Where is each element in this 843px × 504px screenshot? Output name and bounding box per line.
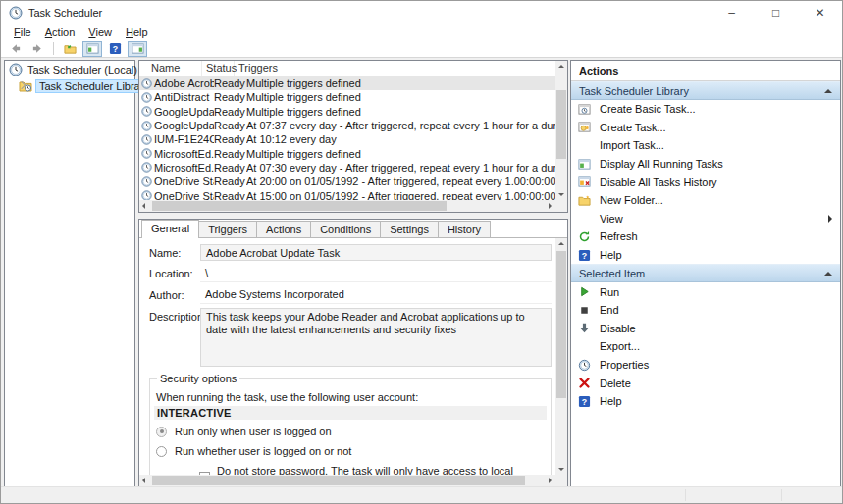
- blank-icon: [577, 212, 592, 226]
- scroll-up-icon[interactable]: [555, 238, 567, 250]
- task-status: Ready: [214, 148, 246, 160]
- close-button[interactable]: ✕: [798, 1, 842, 24]
- action-item-disable[interactable]: Disable: [571, 320, 840, 338]
- scroll-thumb[interactable]: [556, 90, 566, 159]
- task-status: Ready: [214, 190, 246, 200]
- tab-general[interactable]: General: [141, 220, 199, 238]
- action-item-view[interactable]: View: [571, 210, 840, 228]
- task-list-vertical-scrollbar[interactable]: [555, 61, 567, 200]
- actions-section-selected-item[interactable]: Selected Item: [571, 264, 840, 282]
- status-strip: [1, 486, 842, 503]
- tree-item-task-scheduler-local[interactable]: Task Scheduler (Local): [5, 61, 134, 77]
- task-row-adobe-acrob[interactable]: Adobe Acrob... Ready Multiple triggers d…: [139, 76, 555, 90]
- radio-button-icon[interactable]: [156, 427, 167, 437]
- task-row-onedrive-sta[interactable]: OneDrive Sta... Ready At 20:00 on 01/05/…: [139, 175, 555, 188]
- column-header-status[interactable]: Status: [202, 61, 235, 76]
- action-item-new-folder[interactable]: New Folder...: [571, 191, 840, 210]
- svg-text:?: ?: [582, 250, 587, 260]
- task-list-horizontal-scrollbar[interactable]: [139, 200, 555, 212]
- details-horizontal-scrollbar[interactable]: [139, 475, 555, 486]
- tab-triggers[interactable]: Triggers: [198, 221, 257, 237]
- action-item-help[interactable]: ? Help: [571, 392, 840, 411]
- maximize-button[interactable]: □: [754, 1, 798, 24]
- actions-section-task-scheduler-library[interactable]: Task Scheduler Library: [571, 81, 840, 100]
- scroll-down-icon[interactable]: [555, 188, 567, 200]
- help-toolbar-icon[interactable]: ?: [105, 41, 125, 57]
- back-icon[interactable]: [5, 41, 25, 57]
- toolbar: ?: [1, 40, 842, 58]
- description-input[interactable]: This task keeps your Adobe Reader and Ac…: [200, 308, 552, 367]
- task-triggers: At 10:12 every day: [246, 133, 555, 145]
- task-status: Ready: [214, 77, 246, 89]
- task-triggers: Multiple triggers defined: [246, 148, 555, 160]
- task-row-googleupda[interactable]: GoogleUpda... Ready At 07:37 every day -…: [139, 119, 555, 132]
- scroll-thumb[interactable]: [152, 476, 525, 485]
- task-triggers: Multiple triggers defined: [246, 91, 555, 103]
- app-clock-icon: [9, 6, 23, 20]
- action-item-delete[interactable]: Delete: [571, 374, 840, 392]
- task-row-onedrive-sta[interactable]: OneDrive Sta... Ready At 15:00 on 01/05/…: [139, 188, 555, 200]
- radio-logged-on-label: Run only when user is logged on: [175, 426, 332, 437]
- radio-whether-row[interactable]: Run whether user is logged on or not: [156, 445, 547, 457]
- up-folder-icon[interactable]: [60, 41, 79, 57]
- show-action-pane-icon[interactable]: [128, 41, 147, 57]
- tab-actions[interactable]: Actions: [256, 221, 311, 237]
- task-row-microsofted[interactable]: MicrosoftEd... Ready Multiple triggers d…: [139, 146, 555, 160]
- scroll-left-icon[interactable]: [139, 475, 151, 486]
- action-item-display-all-running-tasks[interactable]: Display All Running Tasks: [571, 155, 840, 174]
- scrollbar-corner: [555, 200, 567, 212]
- scroll-right-icon[interactable]: [544, 200, 555, 212]
- action-item-run[interactable]: Run: [571, 282, 840, 301]
- menu-item-help[interactable]: Help: [119, 25, 155, 39]
- radio-logged-on-row[interactable]: Run only when user is logged on: [156, 426, 547, 437]
- menu-item-action[interactable]: Action: [38, 25, 82, 39]
- tab-settings[interactable]: Settings: [380, 221, 439, 237]
- radio-whether-label: Run whether user is logged on or not: [175, 445, 351, 457]
- show-console-tree-icon[interactable]: [82, 41, 102, 57]
- menu-item-view[interactable]: View: [81, 25, 119, 39]
- column-header-name[interactable]: Name: [139, 61, 202, 76]
- task-triggers: Multiple triggers defined: [246, 77, 555, 89]
- task-status: Ready: [214, 120, 246, 131]
- radio-button-icon[interactable]: [156, 446, 167, 457]
- task-row-googleupda[interactable]: GoogleUpda... Ready Multiple triggers de…: [139, 105, 555, 119]
- store-password-checkbox-row[interactable]: Do not store password. The task will onl…: [199, 465, 547, 475]
- scroll-up-icon[interactable]: [555, 61, 567, 73]
- task-clock-icon: [141, 121, 152, 131]
- action-item-create-basic-task[interactable]: Create Basic Task...: [571, 100, 840, 119]
- blank-icon: [577, 138, 592, 152]
- scroll-right-icon[interactable]: [544, 475, 555, 486]
- column-header-triggers[interactable]: Triggers: [235, 61, 567, 76]
- scroll-thumb[interactable]: [152, 201, 447, 211]
- collapse-up-icon[interactable]: [824, 272, 832, 276]
- tab-conditions[interactable]: Conditions: [310, 221, 381, 237]
- scroll-left-icon[interactable]: [139, 200, 151, 212]
- account-prompt: When running the task, use the following…: [156, 391, 547, 403]
- action-item-disable-all-tasks-history[interactable]: Disable All Tasks History: [571, 173, 840, 191]
- actions-sections: Task Scheduler Library Create Basic Task…: [571, 81, 840, 411]
- scroll-thumb[interactable]: [556, 251, 566, 398]
- minimize-button[interactable]: –: [710, 1, 754, 24]
- menu-item-file[interactable]: File: [7, 25, 38, 39]
- task-status: Ready: [214, 176, 246, 187]
- tab-history[interactable]: History: [438, 221, 491, 237]
- forward-icon[interactable]: [27, 41, 47, 57]
- task-row-microsofted[interactable]: MicrosoftEd... Ready At 07:30 every day …: [139, 161, 555, 175]
- action-item-export[interactable]: Export...: [571, 337, 840, 356]
- tree-item-task-scheduler-library[interactable]: Task Scheduler Library: [5, 77, 134, 94]
- action-item-import-task[interactable]: Import Task...: [571, 136, 840, 155]
- details-vertical-scrollbar[interactable]: [555, 238, 567, 475]
- task-row-antidistract[interactable]: AntiDistract Ready Multiple triggers def…: [139, 90, 555, 104]
- scroll-down-icon[interactable]: [555, 463, 567, 475]
- action-item-refresh[interactable]: Refresh: [571, 227, 840, 246]
- display-running-tasks-icon: [577, 157, 592, 171]
- name-input[interactable]: Adobe Acrobat Update Task: [200, 244, 552, 261]
- action-item-help[interactable]: ? Help: [571, 246, 840, 265]
- task-row-ium-f1e24c[interactable]: IUM-F1E24C... Ready At 10:12 every day: [139, 132, 555, 146]
- action-item-end[interactable]: End: [571, 301, 840, 320]
- collapse-up-icon[interactable]: [824, 89, 832, 93]
- svg-text:?: ?: [582, 397, 587, 407]
- submenu-arrow-icon: [828, 215, 832, 223]
- action-item-create-task[interactable]: Create Task...: [571, 119, 840, 137]
- action-item-properties[interactable]: Properties: [571, 356, 840, 375]
